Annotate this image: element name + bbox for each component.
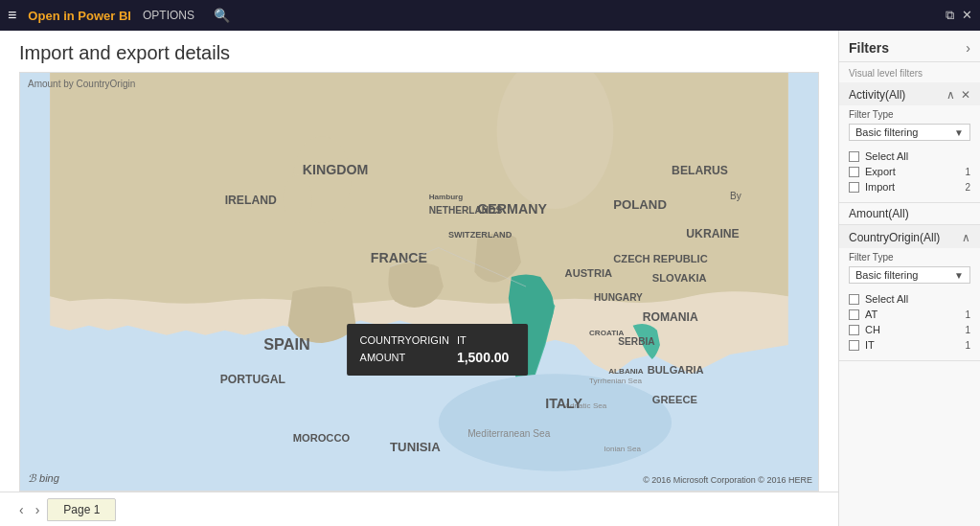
options-menu[interactable]: OPTIONS bbox=[143, 9, 194, 22]
svg-text:By: By bbox=[730, 191, 742, 201]
tooltip-val1: IT bbox=[457, 333, 515, 347]
filters-panel: Filters › Visual level filters Activity(… bbox=[838, 31, 980, 526]
restore-button[interactable]: ⧉ bbox=[946, 8, 954, 23]
activity-export-label: Export bbox=[865, 166, 959, 177]
activity-clear-button[interactable]: ✕ bbox=[961, 88, 970, 102]
activity-filter-actions: ∧ ✕ bbox=[946, 88, 970, 102]
activity-export-checkbox[interactable] bbox=[849, 167, 859, 177]
hamburger-menu[interactable]: ≡ bbox=[8, 7, 16, 24]
countryorigin-ch-item[interactable]: CH 1 bbox=[839, 322, 980, 337]
svg-text:AUSTRIA: AUSTRIA bbox=[565, 267, 613, 279]
activity-import-checkbox[interactable] bbox=[849, 182, 859, 193]
svg-text:NETHERLANDS: NETHERLANDS bbox=[429, 205, 503, 216]
countryorigin-filter-type-dropdown[interactable]: Basic filtering ▼ bbox=[849, 266, 970, 284]
svg-text:Tyrrhenian Sea: Tyrrhenian Sea bbox=[589, 377, 642, 385]
svg-text:BELARUS: BELARUS bbox=[672, 164, 728, 177]
activity-import-item[interactable]: Import 2 bbox=[839, 179, 980, 194]
filters-collapse-button[interactable]: › bbox=[966, 40, 970, 56]
countryorigin-at-item[interactable]: AT 1 bbox=[839, 307, 980, 322]
page-tabs: ‹ › Page 1 bbox=[0, 492, 838, 526]
countryorigin-select-all-label: Select All bbox=[865, 293, 970, 305]
activity-filter-title: Activity(All) bbox=[849, 88, 905, 102]
map-svg: Mediterranean Sea Adriatic Sea Ionian Se… bbox=[20, 73, 818, 491]
activity-export-item[interactable]: Export 1 bbox=[839, 164, 980, 179]
activity-filter-header: Activity(All) ∧ ✕ bbox=[839, 82, 980, 105]
countryorigin-at-label: AT bbox=[865, 309, 959, 320]
countryorigin-filter-actions: ∧ bbox=[962, 231, 970, 244]
window-controls: ⧉ ✕ bbox=[946, 8, 972, 23]
app-title: Open in Power BI bbox=[28, 9, 131, 23]
activity-collapse-button[interactable]: ∧ bbox=[946, 88, 955, 102]
svg-text:IRELAND: IRELAND bbox=[225, 194, 277, 207]
svg-text:SWITZERLAND: SWITZERLAND bbox=[448, 230, 513, 240]
countryorigin-ch-checkbox[interactable] bbox=[849, 325, 859, 335]
activity-import-count: 2 bbox=[965, 182, 970, 193]
svg-text:Ionian Sea: Ionian Sea bbox=[604, 445, 641, 453]
countryorigin-ch-label: CH bbox=[865, 324, 959, 335]
next-page-button[interactable]: › bbox=[32, 502, 44, 517]
visual-level-label: Visual level filters bbox=[839, 62, 980, 82]
svg-text:KINGDOM: KINGDOM bbox=[303, 162, 369, 177]
countryorigin-ch-count: 1 bbox=[965, 325, 970, 335]
activity-filter-block: Activity(All) ∧ ✕ Filter Type Basic filt… bbox=[839, 82, 980, 203]
svg-text:SLOVAKIA: SLOVAKIA bbox=[652, 272, 707, 284]
activity-filter-type-value: Basic filtering bbox=[855, 126, 918, 138]
svg-text:CZECH REPUBLIC: CZECH REPUBLIC bbox=[613, 253, 707, 264]
activity-export-count: 1 bbox=[965, 167, 970, 177]
filters-header: Filters › bbox=[839, 31, 980, 62]
close-button[interactable]: ✕ bbox=[962, 8, 972, 23]
svg-text:ALBANIA: ALBANIA bbox=[608, 367, 644, 376]
bing-logo: ℬ bing bbox=[28, 472, 59, 485]
svg-text:GREECE: GREECE bbox=[652, 394, 697, 405]
svg-text:BULGARIA: BULGARIA bbox=[648, 364, 704, 376]
activity-filter-type-label: Filter Type bbox=[839, 105, 980, 122]
svg-text:UKRAINE: UKRAINE bbox=[686, 227, 739, 240]
countryorigin-it-checkbox[interactable] bbox=[849, 340, 859, 351]
svg-text:FRANCE: FRANCE bbox=[371, 250, 427, 265]
countryorigin-filter-block: CountryOrigin(All) ∧ Filter Type Basic f… bbox=[839, 225, 980, 361]
countryorigin-select-all-checkbox[interactable] bbox=[849, 294, 859, 305]
tooltip-val2: 1,500.00 bbox=[457, 349, 515, 366]
activity-filter-type-dropdown[interactable]: Basic filtering ▼ bbox=[849, 124, 970, 141]
activity-select-all-label: Select All bbox=[865, 150, 965, 162]
prev-page-button[interactable]: ‹ bbox=[15, 502, 28, 517]
map-label: Amount by CountryOrigin bbox=[28, 79, 135, 89]
countryorigin-collapse-button[interactable]: ∧ bbox=[962, 231, 970, 244]
svg-text:SERBIA: SERBIA bbox=[618, 336, 655, 347]
svg-text:ROMANIA: ROMANIA bbox=[643, 310, 698, 324]
amount-filter-block: Amount(All) bbox=[839, 203, 980, 225]
svg-point-4 bbox=[439, 374, 672, 470]
activity-import-label: Import bbox=[865, 181, 959, 193]
search-icon[interactable]: 🔍 bbox=[214, 8, 230, 23]
countryorigin-it-label: IT bbox=[865, 339, 959, 351]
tooltip-key2: AMOUNT bbox=[360, 349, 455, 366]
countryorigin-filter-title: CountryOrigin(All) bbox=[849, 231, 940, 244]
map-visual: Mediterranean Sea Adriatic Sea Ionian Se… bbox=[20, 73, 818, 491]
content-area: Import and export details Amount by Coun… bbox=[0, 31, 838, 526]
svg-text:CROATIA: CROATIA bbox=[589, 329, 624, 337]
svg-text:ITALY: ITALY bbox=[545, 396, 582, 411]
countryorigin-at-checkbox[interactable] bbox=[849, 309, 859, 320]
map-container: Amount by CountryOrigin ⊡ ··· bbox=[19, 72, 819, 492]
svg-text:Hamburg: Hamburg bbox=[429, 193, 464, 201]
countryorigin-it-count: 1 bbox=[965, 340, 970, 351]
countryorigin-select-all[interactable]: Select All bbox=[839, 291, 980, 307]
amount-filter-title: Amount(All) bbox=[849, 207, 909, 220]
activity-dropdown-arrow: ▼ bbox=[954, 127, 964, 138]
titlebar: ≡ Open in Power BI OPTIONS 🔍 ⧉ ✕ bbox=[0, 0, 980, 31]
svg-text:MOROCCO: MOROCCO bbox=[293, 432, 351, 444]
filters-title: Filters bbox=[849, 40, 889, 56]
svg-point-3 bbox=[284, 174, 312, 223]
main-container: Import and export details Amount by Coun… bbox=[0, 31, 980, 526]
svg-text:HUNGARY: HUNGARY bbox=[594, 292, 643, 303]
activity-select-all[interactable]: Select All bbox=[839, 149, 980, 164]
map-tooltip: COUNTRYORIGIN IT AMOUNT 1,500.00 bbox=[347, 324, 529, 376]
countryorigin-at-count: 1 bbox=[965, 309, 970, 320]
svg-text:Mediterranean Sea: Mediterranean Sea bbox=[467, 428, 550, 439]
page-1-tab[interactable]: Page 1 bbox=[47, 498, 116, 521]
activity-select-all-checkbox[interactable] bbox=[849, 151, 859, 162]
countryorigin-it-item[interactable]: IT 1 bbox=[839, 337, 980, 353]
tooltip-key1: COUNTRYORIGIN bbox=[360, 333, 455, 347]
countryorigin-filter-type-label: Filter Type bbox=[839, 248, 980, 264]
countryorigin-dropdown-arrow: ▼ bbox=[954, 270, 964, 281]
